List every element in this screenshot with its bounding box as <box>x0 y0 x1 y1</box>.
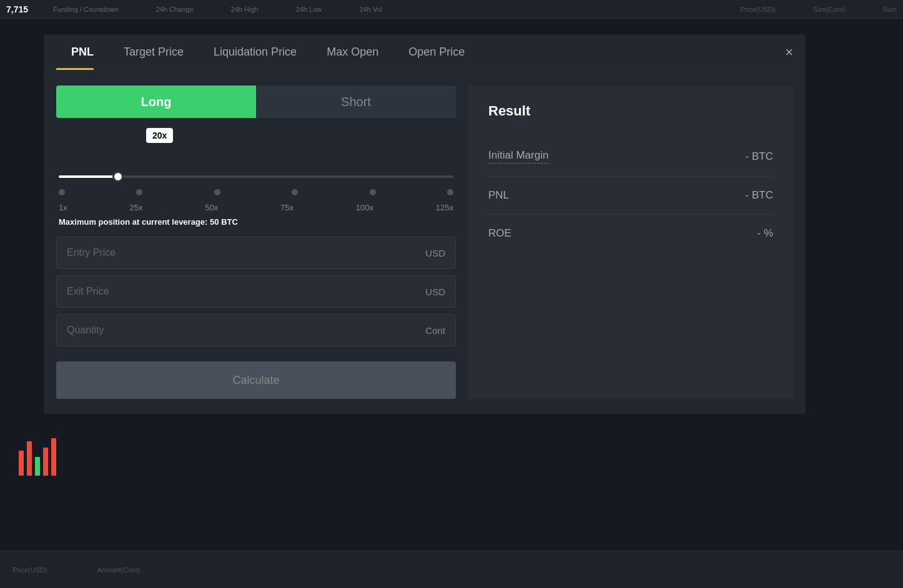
pnl-value: - BTC <box>746 189 773 202</box>
price-usd-header: Price(USD) <box>741 6 776 13</box>
leverage-labels: 1x 25x 50x 75x 100x 125x <box>59 203 453 212</box>
size-cont-header: Size(Cont) <box>812 6 845 13</box>
slider-dot-100x <box>370 189 376 195</box>
slider-dot-75x <box>292 189 298 195</box>
bottom-amount-cont: Amount(Cont) <box>97 566 140 574</box>
candle <box>35 457 40 476</box>
ticker-price: 7,715 <box>6 4 28 14</box>
tab-pnl[interactable]: PNL <box>56 34 109 70</box>
pnl-label: PNL <box>488 189 509 202</box>
long-short-toggle: Long Short <box>56 86 456 118</box>
slider-dots <box>59 189 453 195</box>
result-row-initial-margin: Initial Margin - BTC <box>488 137 773 177</box>
leverage-slider-track <box>59 175 453 178</box>
tab-bar: PNL Target Price Liquidation Price Max O… <box>44 34 806 71</box>
short-button[interactable]: Short <box>256 86 456 118</box>
input-group: USD USD Cont <box>56 237 456 346</box>
24h-high: 24h High <box>231 6 259 13</box>
calculate-button[interactable]: Calculate <box>56 361 456 399</box>
tab-target-price[interactable]: Target Price <box>109 34 199 70</box>
24h-low: 24h Low <box>296 6 322 13</box>
leverage-tooltip: 20x <box>146 128 173 143</box>
exit-price-input[interactable] <box>67 286 419 297</box>
label-100x: 100x <box>356 203 373 212</box>
quantity-unit: Cont <box>425 325 445 336</box>
label-75x: 75x <box>280 203 294 212</box>
initial-margin-label: Initial Margin <box>488 149 548 164</box>
tab-liquidation-price[interactable]: Liquidation Price <box>199 34 312 70</box>
slider-dot-50x <box>214 189 220 195</box>
result-panel: Result Initial Margin - BTC PNL - BTC RO… <box>468 86 793 399</box>
top-bar: 7,715 Funding / Countdown 24h Change 24h… <box>0 0 903 19</box>
tab-open-price[interactable]: Open Price <box>393 34 480 70</box>
result-title: Result <box>488 103 773 119</box>
result-row-roe: ROE - % <box>488 215 773 252</box>
initial-margin-value: - BTC <box>746 150 773 163</box>
leverage-area: 20x 1x <box>56 128 456 227</box>
entry-price-field[interactable]: USD <box>56 237 456 269</box>
candle <box>51 438 56 476</box>
slider-dot-125x <box>447 189 453 195</box>
max-position-unit: BTC <box>221 217 238 227</box>
24h-change: 24h Change <box>156 6 194 13</box>
exit-price-field[interactable]: USD <box>56 275 456 308</box>
candle <box>43 448 48 476</box>
label-25x: 25x <box>130 203 143 212</box>
candle <box>27 441 32 476</box>
long-button[interactable]: Long <box>56 86 256 118</box>
candle <box>19 451 24 476</box>
result-row-pnl: PNL - BTC <box>488 177 773 215</box>
slider-dot-1x <box>59 189 65 195</box>
slider-dot-25x <box>136 189 142 195</box>
24h-vol: 24h Vol <box>359 6 382 13</box>
roe-value: - % <box>757 227 774 240</box>
quantity-field[interactable]: Cont <box>56 314 456 346</box>
modal-close-button[interactable]: × <box>785 44 793 61</box>
modal-body: Long Short 20x <box>44 71 806 414</box>
exit-price-unit: USD <box>425 287 445 297</box>
label-125x: 125x <box>436 203 453 212</box>
leverage-slider-container <box>59 170 453 183</box>
leverage-slider-fill <box>59 175 118 178</box>
quantity-input[interactable] <box>67 325 419 336</box>
label-50x: 50x <box>205 203 218 212</box>
entry-price-unit: USD <box>425 248 445 258</box>
left-panel: Long Short 20x <box>56 86 456 399</box>
bottom-price-usd: Price(USD) <box>12 566 47 574</box>
roe-label: ROE <box>488 227 511 240</box>
label-1x: 1x <box>59 203 67 212</box>
tab-max-open[interactable]: Max Open <box>312 34 393 70</box>
max-position-text: Maximum position at current leverage: 50… <box>59 217 453 227</box>
entry-price-input[interactable] <box>67 247 419 258</box>
bottom-bar: Price(USD) Amount(Cont) <box>0 551 903 588</box>
leverage-slider-thumb[interactable] <box>112 171 124 182</box>
sum-header: Sum <box>882 6 897 13</box>
max-position-value: 50 <box>210 217 219 227</box>
calculator-modal: PNL Target Price Liquidation Price Max O… <box>44 34 806 414</box>
funding-countdown: Funding / Countdown <box>53 6 119 13</box>
